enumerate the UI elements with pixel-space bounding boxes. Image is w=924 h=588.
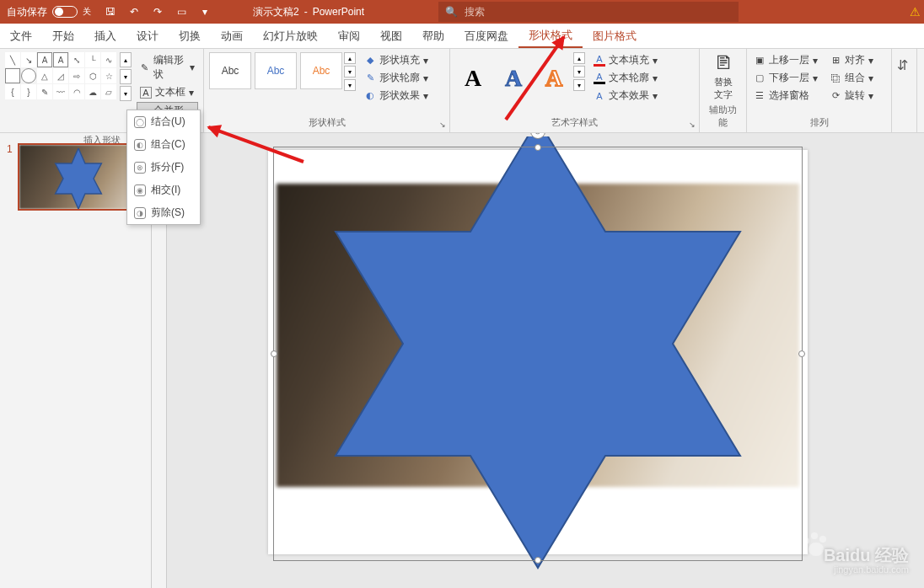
shape-flowchart-icon[interactable]: ▱ <box>101 84 116 99</box>
shape-styles-launcher-icon[interactable]: ↘ <box>439 120 446 129</box>
start-from-beginning-icon[interactable]: ▭ <box>174 4 189 19</box>
shape-brace-icon[interactable]: { <box>5 84 20 99</box>
style-more-icon[interactable]: ▾ <box>344 79 356 91</box>
text-outline-icon: A <box>594 72 605 84</box>
selection-pane-button[interactable]: ☰选择窗格 <box>752 88 819 104</box>
merge-subtract-item[interactable]: ◑剪除(S) <box>127 201 200 224</box>
shape-rect-icon[interactable] <box>5 68 20 83</box>
send-backward-icon: ▢ <box>754 72 766 84</box>
gallery-down-icon[interactable]: ▾ <box>120 69 132 84</box>
shape-outline-button[interactable]: ✎ 形状轮廓 ▾ <box>363 70 430 86</box>
shape-styles-gallery[interactable]: Abc Abc Abc <box>209 52 342 104</box>
tab-picture-format[interactable]: 图片格式 <box>583 24 647 48</box>
merge-intersect-item[interactable]: ◉相交(I) <box>127 179 200 201</box>
chevron-down-icon: ▾ <box>868 90 873 102</box>
size-height-icon[interactable]: ⇵ <box>897 57 911 73</box>
shape-arrow-icon[interactable]: ⇨ <box>69 68 84 83</box>
bring-forward-button[interactable]: ▣上移一层▾ <box>752 52 819 68</box>
search-box[interactable]: 🔍 搜索 <box>438 2 739 22</box>
shape-effects-button[interactable]: ◐ 形状效果 ▾ <box>363 88 430 104</box>
chevron-down-icon: ▾ <box>423 72 428 84</box>
resize-handle-e[interactable] <box>798 350 805 357</box>
shape-freeform-icon[interactable]: ✎ <box>37 84 52 99</box>
merge-union-item[interactable]: ◯结合(U) <box>127 110 200 133</box>
rotate-button[interactable]: ⟳旋转▾ <box>828 88 875 104</box>
shape-rtriangle-icon[interactable]: ◿ <box>53 68 68 83</box>
shape-curve-icon[interactable]: ∿ <box>101 52 116 67</box>
shape-line-arrow-icon[interactable]: ↘ <box>21 52 36 67</box>
shape-callout-icon[interactable]: ◠ <box>69 84 84 99</box>
shape-triangle-icon[interactable]: △ <box>37 68 52 83</box>
style-preset-1[interactable]: Abc <box>209 52 251 89</box>
group-accessibility: 🖹 替换 文字 辅助功能 <box>700 49 747 132</box>
save-icon[interactable]: 🖫 <box>103 4 118 19</box>
selection-box[interactable]: ⟳ <box>273 147 803 561</box>
selection-pane-label: 选择窗格 <box>769 88 809 103</box>
shape-textbox-h-icon[interactable]: A <box>37 52 52 67</box>
tab-transitions[interactable]: 切换 <box>169 24 211 48</box>
redo-icon[interactable]: ↷ <box>150 4 165 19</box>
shape-cloud-icon[interactable]: ☁ <box>85 84 100 99</box>
wordart-launcher-icon[interactable]: ↘ <box>689 120 696 129</box>
merge-combine-item[interactable]: ◐组合(C) <box>127 133 200 156</box>
tab-review[interactable]: 审阅 <box>328 24 370 48</box>
group-label-wordart: 艺术字样式 <box>455 116 694 131</box>
shape-scribble-icon[interactable]: 〰 <box>53 84 68 99</box>
merge-fragment-item[interactable]: ⊗拆分(F) <box>127 156 200 179</box>
shape-textbox-v-icon[interactable]: A <box>53 52 68 67</box>
tab-view[interactable]: 视图 <box>370 24 412 48</box>
warning-icon[interactable]: ⚠ <box>910 5 921 19</box>
text-fill-button[interactable]: A 文本填充 ▾ <box>592 52 659 68</box>
shapes-gallery[interactable]: ╲ ↘ A A ⤡ └ ∿ △ ◿ ⇨ ⬡ ☆ { } ✎ 〰 ◠ ☁ ▱ <box>5 52 116 134</box>
tab-shape-format[interactable]: 形状格式 <box>518 24 583 48</box>
tab-home[interactable]: 开始 <box>42 24 84 48</box>
shape-elbow-icon[interactable]: └ <box>85 52 100 67</box>
tab-insert[interactable]: 插入 <box>84 24 126 48</box>
shape-line-icon[interactable]: ╲ <box>5 52 20 67</box>
gallery-up-icon[interactable]: ▴ <box>120 52 132 67</box>
shape-brace2-icon[interactable]: } <box>21 84 36 99</box>
resize-handle-n[interactable] <box>535 144 541 151</box>
document-title: 演示文稿2 - PowerPoint <box>253 5 364 19</box>
align-button[interactable]: ⊞对齐▾ <box>828 52 875 68</box>
wordart-down-icon[interactable]: ▾ <box>573 66 585 78</box>
autosave-toggle[interactable]: 自动保存 关 <box>0 5 98 19</box>
edit-shape-button[interactable]: ✎ 编辑形状 ▾ <box>137 52 198 83</box>
slide-canvas-area[interactable]: ⟳ <box>152 133 924 588</box>
text-box-button[interactable]: A 文本框 ▾ <box>137 84 198 100</box>
shape-connector-icon[interactable]: ⤡ <box>69 52 84 67</box>
shape-star-icon[interactable]: ☆ <box>101 68 116 83</box>
tab-file[interactable]: 文件 <box>0 24 42 48</box>
wordart-preset-1[interactable]: A <box>455 60 491 97</box>
slide-thumbnail-1[interactable] <box>18 143 136 211</box>
doc-name: 演示文稿2 <box>253 5 299 19</box>
shape-fill-button[interactable]: ◆ 形状填充 ▾ <box>363 52 430 68</box>
alt-text-button[interactable]: 🖹 替换 文字 <box>705 52 742 101</box>
tab-slideshow[interactable]: 幻灯片放映 <box>253 24 328 48</box>
wordart-up-icon[interactable]: ▴ <box>573 52 585 64</box>
style-preset-2[interactable]: Abc <box>255 52 297 89</box>
group-button[interactable]: ⿻组合▾ <box>828 70 875 86</box>
wordart-more-icon[interactable]: ▾ <box>573 79 585 91</box>
tab-baidu[interactable]: 百度网盘 <box>454 24 518 48</box>
tab-help[interactable]: 帮助 <box>412 24 454 48</box>
style-preset-3[interactable]: Abc <box>300 52 342 89</box>
undo-icon[interactable]: ↶ <box>126 4 142 19</box>
wordart-gallery[interactable]: A A A <box>455 52 572 104</box>
gallery-more-icon[interactable]: ▾ <box>120 86 132 101</box>
slide[interactable]: ⟳ <box>268 150 808 554</box>
resize-handle-s[interactable] <box>535 557 541 564</box>
tab-animations[interactable]: 动画 <box>211 24 253 48</box>
text-effects-button[interactable]: A 文本效果 ▾ <box>592 88 659 104</box>
qat-more-icon[interactable]: ▾ <box>197 4 212 19</box>
chevron-down-icon: ▾ <box>868 72 873 84</box>
group-btn-label: 组合 <box>845 71 865 85</box>
tab-design[interactable]: 设计 <box>126 24 169 48</box>
shape-hexagon-icon[interactable]: ⬡ <box>85 68 100 83</box>
resize-handle-w[interactable] <box>271 350 277 357</box>
text-outline-button[interactable]: A 文本轮廓 ▾ <box>592 70 659 86</box>
style-down-icon[interactable]: ▾ <box>344 66 356 78</box>
send-backward-button[interactable]: ▢下移一层▾ <box>752 70 819 86</box>
shape-oval-icon[interactable] <box>21 68 36 83</box>
style-up-icon[interactable]: ▴ <box>344 52 356 64</box>
